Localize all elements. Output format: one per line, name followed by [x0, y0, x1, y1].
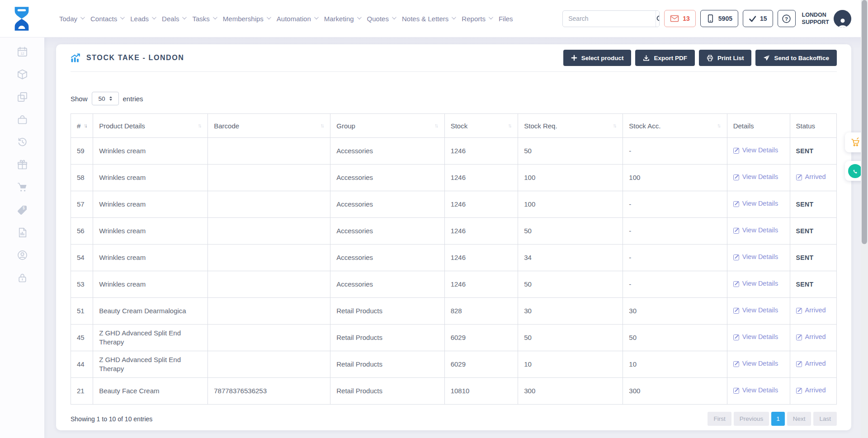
- col-header-product-details[interactable]: Product Details↑↓: [93, 114, 208, 138]
- send-to-backoffice-button[interactable]: Send to Backoffice: [755, 50, 837, 66]
- sidebar-item-gift[interactable]: [16, 158, 28, 171]
- view-details-link[interactable]: View Details: [733, 253, 778, 262]
- arrived-link[interactable]: Arrived: [796, 173, 826, 182]
- sidebar-item-cart[interactable]: [16, 181, 28, 193]
- nav-item-tasks[interactable]: Tasks: [192, 13, 216, 24]
- select-product-button[interactable]: Select product: [563, 50, 632, 66]
- cell-barcode: [208, 298, 330, 325]
- cell-barcode: [208, 191, 330, 218]
- view-details-link[interactable]: View Details: [733, 199, 778, 208]
- envelope-icon: [670, 14, 679, 23]
- col-header-stock-acc[interactable]: Stock Acc.↑↓: [623, 114, 727, 138]
- col-header-stock[interactable]: Stock↑↓: [444, 114, 518, 138]
- cell-product: Wrinkles cream: [93, 271, 208, 298]
- view-details-link[interactable]: View Details: [733, 279, 778, 288]
- cell-id: 51: [71, 298, 93, 325]
- col-header-group[interactable]: Group↑↓: [330, 114, 444, 138]
- sort-icon: ↑↓: [434, 122, 439, 129]
- calls-badge[interactable]: 5905: [700, 10, 738, 27]
- view-details-link[interactable]: View Details: [733, 306, 778, 315]
- cell-group: Retail Products: [330, 351, 444, 378]
- view-details-link[interactable]: View Details: [733, 146, 778, 155]
- chevron-down-icon: [120, 15, 125, 19]
- arrived-link[interactable]: Arrived: [796, 386, 826, 395]
- table-footer: Showing 1 to 10 of 10 entries First Prev…: [71, 412, 837, 426]
- view-details-link[interactable]: View Details: [733, 173, 778, 182]
- sidebar-item-basket[interactable]: [16, 113, 28, 126]
- pagination-previous[interactable]: Previous: [734, 412, 769, 426]
- nav-item-leads[interactable]: Leads: [130, 13, 155, 24]
- cell-stock-req: 100: [518, 191, 623, 218]
- arrived-link[interactable]: Arrived: [796, 359, 826, 368]
- sort-icon: ↑↓: [83, 122, 87, 129]
- nav-item-notes-letters[interactable]: Notes & Letters: [402, 13, 455, 24]
- export-pdf-button[interactable]: Export PDF: [635, 50, 695, 66]
- messages-badge[interactable]: 13: [664, 10, 696, 27]
- col-header-barcode[interactable]: Barcode↑↓: [208, 114, 330, 138]
- svg-text:$: $: [23, 206, 25, 210]
- cell-id: 53: [71, 271, 93, 298]
- nav-item-today[interactable]: Today: [59, 13, 84, 24]
- cell-stock: 1246: [444, 245, 518, 271]
- nav-item-contacts[interactable]: Contacts: [90, 13, 123, 24]
- view-details-link[interactable]: View Details: [733, 226, 778, 235]
- nav-item-reports[interactable]: Reports: [462, 13, 492, 24]
- col-header-id[interactable]: #↑↓: [71, 114, 93, 138]
- app-logo-icon[interactable]: [12, 6, 32, 32]
- page-length-select[interactable]: 50: [92, 92, 119, 105]
- nav-item-quotes[interactable]: Quotes: [367, 13, 395, 24]
- sidebar-item-products[interactable]: [16, 68, 28, 80]
- sidebar-item-reports[interactable]: [16, 226, 28, 239]
- cell-barcode: [208, 351, 330, 378]
- view-details-link[interactable]: View Details: [733, 333, 778, 342]
- nav-item-automation[interactable]: Automation: [277, 13, 317, 24]
- cell-barcode: [208, 218, 330, 245]
- help-button[interactable]: ?: [778, 10, 796, 27]
- cell-product: Beauty Face Cream: [93, 378, 208, 405]
- pagination-first[interactable]: First: [708, 412, 731, 426]
- chevron-down-icon: [392, 15, 396, 19]
- search-input[interactable]: [563, 11, 656, 27]
- sidebar-item-price-tag[interactable]: $: [16, 203, 28, 216]
- user-icon: [837, 17, 849, 28]
- table-row: 53 Wrinkles cream Accessories 1246 50 - …: [71, 271, 837, 298]
- view-details-link[interactable]: View Details: [733, 386, 778, 395]
- avatar[interactable]: [834, 10, 851, 28]
- cell-details: View Details: [727, 271, 790, 298]
- nav-item-deals[interactable]: Deals: [162, 13, 185, 24]
- page-scrollbar[interactable]: [861, 0, 868, 438]
- sidebar-item-copy[interactable]: [16, 90, 28, 103]
- nav-item-memberships[interactable]: Memberships: [223, 13, 270, 24]
- nav-item-files[interactable]: Files: [499, 13, 513, 24]
- cell-stock-acc: -: [623, 245, 727, 271]
- table-length-control: Show 50 entries: [71, 92, 837, 105]
- sidebar-item-account[interactable]: [16, 249, 28, 261]
- col-header-stock-req[interactable]: Stock Req.↑↓: [518, 114, 623, 138]
- cell-details: View Details: [727, 191, 790, 218]
- cell-stock-acc: 10: [623, 351, 727, 378]
- edit-icon: [733, 148, 739, 154]
- sidebar-item-lock[interactable]: [16, 271, 28, 284]
- cell-stock: 1246: [444, 165, 518, 191]
- paper-plane-icon: [763, 55, 770, 61]
- cell-id: 45: [71, 325, 93, 351]
- view-details-link[interactable]: View Details: [733, 359, 778, 368]
- pagination-last[interactable]: Last: [813, 412, 837, 426]
- cell-group: Accessories: [330, 245, 444, 271]
- print-list-button[interactable]: Print List: [699, 50, 752, 66]
- calls-count: 5905: [718, 15, 732, 22]
- scrollbar-thumb[interactable]: [862, 0, 867, 244]
- sidebar-item-calendar[interactable]: 12: [16, 45, 28, 58]
- main-nav: Today Contacts Leads Deals Tasks Members…: [59, 13, 513, 24]
- search-button[interactable]: [656, 11, 660, 27]
- chevron-down-icon: [314, 15, 319, 19]
- arrived-link[interactable]: Arrived: [796, 333, 826, 342]
- cell-product: Beauty Cream Dearmalogica: [93, 298, 208, 325]
- pagination-page-1[interactable]: 1: [771, 412, 785, 426]
- pagination-next[interactable]: Next: [787, 412, 811, 426]
- tasks-badge[interactable]: 15: [743, 10, 773, 27]
- sidebar-item-history[interactable]: [16, 136, 28, 148]
- cell-stock: 6029: [444, 351, 518, 378]
- nav-item-marketing[interactable]: Marketing: [324, 13, 360, 24]
- arrived-link[interactable]: Arrived: [796, 306, 826, 315]
